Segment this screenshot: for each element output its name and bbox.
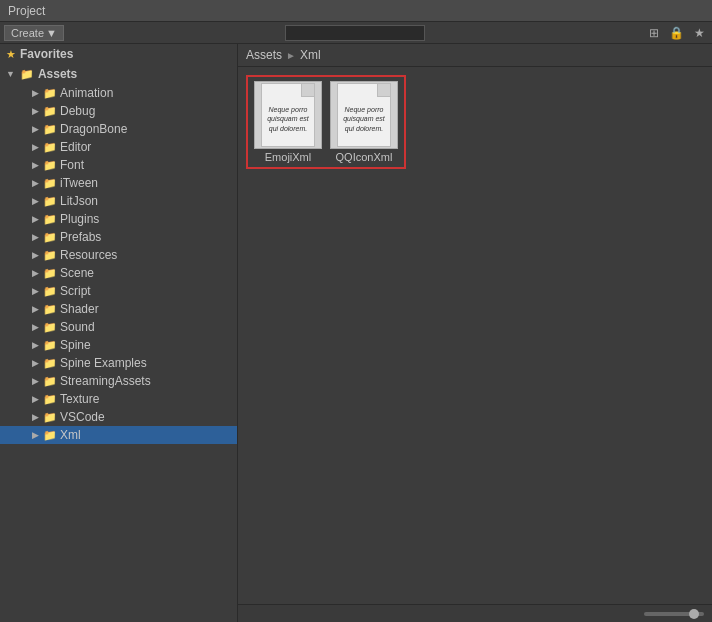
star-icon-toolbar[interactable]: ★ bbox=[691, 25, 708, 41]
item-label: Spine bbox=[60, 338, 91, 352]
assets-label: Assets bbox=[38, 67, 77, 81]
folder-icon: 📁 bbox=[43, 249, 57, 262]
item-label: Resources bbox=[60, 248, 117, 262]
folder-icon: 📁 bbox=[43, 375, 57, 388]
arrow-icon: ▶ bbox=[32, 394, 39, 404]
file-item-qqiconxml[interactable]: Neque porro quisquam est qui dolorem. QQ… bbox=[328, 81, 400, 163]
sidebar-item-script[interactable]: ▶ 📁 Script bbox=[0, 282, 237, 300]
sidebar-item-editor[interactable]: ▶ 📁 Editor bbox=[0, 138, 237, 156]
arrow-icon: ▶ bbox=[32, 340, 39, 350]
sidebar-item-animation[interactable]: ▶ 📁 Animation bbox=[0, 84, 237, 102]
file-thumb-emojixml: Neque porro quisquam est qui dolorem. bbox=[254, 81, 322, 149]
sidebar-item-spine-examples[interactable]: ▶ 📁 Spine Examples bbox=[0, 354, 237, 372]
search-bar bbox=[68, 25, 642, 41]
arrow-icon: ▶ bbox=[32, 412, 39, 422]
sidebar-item-plugins[interactable]: ▶ 📁 Plugins bbox=[0, 210, 237, 228]
folder-icon: 📁 bbox=[43, 141, 57, 154]
sidebar-item-texture[interactable]: ▶ 📁 Texture bbox=[0, 390, 237, 408]
arrow-icon: ▶ bbox=[32, 178, 39, 188]
item-label: Animation bbox=[60, 86, 113, 100]
create-label: Create bbox=[11, 27, 44, 39]
sidebar-item-prefabs[interactable]: ▶ 📁 Prefabs bbox=[0, 228, 237, 246]
file-item-emojixml[interactable]: Neque porro quisquam est qui dolorem. Em… bbox=[252, 81, 324, 163]
file-name-emojixml: EmojiXml bbox=[265, 151, 311, 163]
favorites-header[interactable]: ★ Favorites bbox=[0, 44, 237, 64]
title-label: Project bbox=[8, 4, 45, 18]
sidebar-item-streaming-assets[interactable]: ▶ 📁 StreamingAssets bbox=[0, 372, 237, 390]
folder-icon: 📁 bbox=[43, 195, 57, 208]
sidebar-item-debug[interactable]: ▶ 📁 Debug bbox=[0, 102, 237, 120]
file-grid: Neque porro quisquam est qui dolorem. Em… bbox=[238, 67, 712, 604]
folder-icon: 📁 bbox=[43, 267, 57, 280]
columns-icon[interactable]: ⊞ bbox=[646, 25, 662, 41]
item-label: Editor bbox=[60, 140, 91, 154]
create-button[interactable]: Create ▼ bbox=[4, 25, 64, 41]
sidebar-item-litjson[interactable]: ▶ 📁 LitJson bbox=[0, 192, 237, 210]
item-label: Prefabs bbox=[60, 230, 101, 244]
folder-icon: 📁 bbox=[43, 87, 57, 100]
sidebar-item-scene[interactable]: ▶ 📁 Scene bbox=[0, 264, 237, 282]
folder-icon: 📁 bbox=[43, 285, 57, 298]
sidebar-item-vscode[interactable]: ▶ 📁 VSCode bbox=[0, 408, 237, 426]
arrow-icon: ▶ bbox=[32, 160, 39, 170]
search-input[interactable] bbox=[285, 25, 425, 41]
sidebar-item-sound[interactable]: ▶ 📁 Sound bbox=[0, 318, 237, 336]
item-label: Xml bbox=[60, 428, 81, 442]
sidebar-item-itween[interactable]: ▶ 📁 iTween bbox=[0, 174, 237, 192]
folder-icon: 📁 bbox=[43, 321, 57, 334]
breadcrumb-arrow: ► bbox=[286, 50, 296, 61]
arrow-icon: ▶ bbox=[32, 322, 39, 332]
item-label: VSCode bbox=[60, 410, 105, 424]
folder-icon: 📁 bbox=[43, 303, 57, 316]
arrow-icon: ▶ bbox=[32, 106, 39, 116]
selection-box: Neque porro quisquam est qui dolorem. Em… bbox=[246, 75, 406, 169]
sidebar-item-resources[interactable]: ▶ 📁 Resources bbox=[0, 246, 237, 264]
item-label: Debug bbox=[60, 104, 95, 118]
folder-icon: 📁 bbox=[43, 159, 57, 172]
doc-paper-emojixml: Neque porro quisquam est qui dolorem. bbox=[261, 83, 315, 147]
zoom-slider[interactable] bbox=[644, 612, 704, 616]
file-name-qqiconxml: QQIconXml bbox=[336, 151, 393, 163]
item-label: Script bbox=[60, 284, 91, 298]
arrow-icon: ▶ bbox=[32, 196, 39, 206]
title-bar: Project bbox=[0, 0, 712, 22]
bottom-bar bbox=[238, 604, 712, 622]
lock-icon[interactable]: 🔒 bbox=[666, 25, 687, 41]
arrow-icon: ▶ bbox=[32, 214, 39, 224]
item-label: StreamingAssets bbox=[60, 374, 151, 388]
sidebar-item-spine[interactable]: ▶ 📁 Spine bbox=[0, 336, 237, 354]
item-label: Shader bbox=[60, 302, 99, 316]
assets-arrow-icon: ▼ bbox=[6, 69, 15, 79]
arrow-icon: ▶ bbox=[32, 88, 39, 98]
doc-paper-qqiconxml: Neque porro quisquam est qui dolorem. bbox=[337, 83, 391, 147]
sidebar-item-font[interactable]: ▶ 📁 Font bbox=[0, 156, 237, 174]
sidebar: ★ Favorites ▼ 📁 Assets ▶ 📁 Animation ▶ 📁… bbox=[0, 44, 238, 622]
zoom-thumb[interactable] bbox=[689, 609, 699, 619]
arrow-icon: ▶ bbox=[32, 358, 39, 368]
breadcrumb-current: Xml bbox=[300, 48, 321, 62]
item-label: LitJson bbox=[60, 194, 98, 208]
sidebar-item-xml[interactable]: ▶ 📁 Xml bbox=[0, 426, 237, 444]
item-label: Scene bbox=[60, 266, 94, 280]
folder-icon: 📁 bbox=[43, 177, 57, 190]
file-thumb-qqiconxml: Neque porro quisquam est qui dolorem. bbox=[330, 81, 398, 149]
folder-icon: 📁 bbox=[43, 231, 57, 244]
arrow-icon: ▶ bbox=[32, 430, 39, 440]
folder-icon: 📁 bbox=[43, 213, 57, 226]
arrow-icon: ▶ bbox=[32, 142, 39, 152]
arrow-icon: ▶ bbox=[32, 286, 39, 296]
assets-header[interactable]: ▼ 📁 Assets bbox=[0, 64, 237, 84]
item-label: DragonBone bbox=[60, 122, 127, 136]
sidebar-item-dragonbone[interactable]: ▶ 📁 DragonBone bbox=[0, 120, 237, 138]
sidebar-item-shader[interactable]: ▶ 📁 Shader bbox=[0, 300, 237, 318]
arrow-icon: ▶ bbox=[32, 304, 39, 314]
arrow-icon: ▶ bbox=[32, 250, 39, 260]
arrow-icon: ▶ bbox=[32, 268, 39, 278]
favorites-label: Favorites bbox=[20, 47, 73, 61]
folder-icon: 📁 bbox=[43, 105, 57, 118]
folder-icon: 📁 bbox=[43, 357, 57, 370]
toolbar: Create ▼ ⊞ 🔒 ★ bbox=[0, 22, 712, 44]
arrow-icon: ▶ bbox=[32, 232, 39, 242]
favorites-star-icon: ★ bbox=[6, 48, 16, 61]
item-label: Sound bbox=[60, 320, 95, 334]
